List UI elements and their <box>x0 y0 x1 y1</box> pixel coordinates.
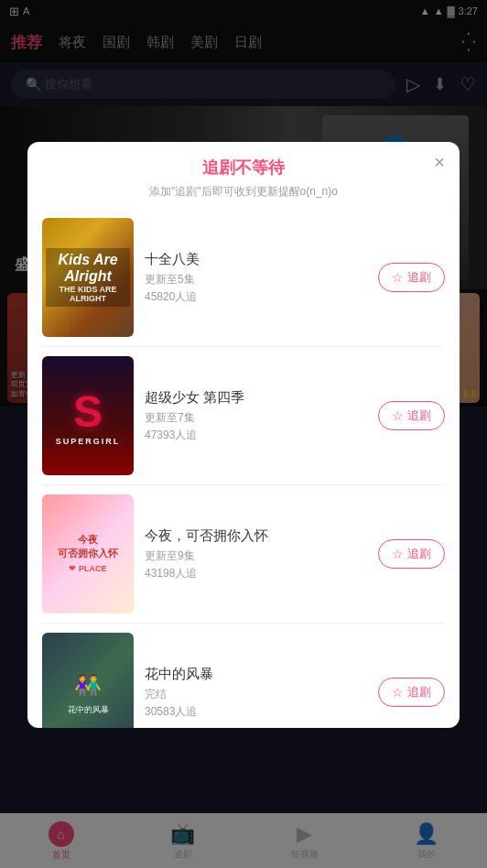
star-icon-4: ☆ <box>392 685 404 700</box>
follow-button-1[interactable]: ☆ 追剧 <box>378 263 445 292</box>
star-icon-2: ☆ <box>392 408 404 423</box>
drama-fans-4: 30583人追 <box>145 704 367 720</box>
drama-title-3: 今夜，可否拥你入怀 <box>145 527 367 545</box>
follow-modal: 追剧不等待 添加"追剧"后即可收到更新提醒o(n_n)o × Kids AreA… <box>27 142 460 728</box>
drama-fans-2: 47393人追 <box>145 428 367 443</box>
drama-info-4: 花中的风暴 完结 30583人追 <box>145 666 367 720</box>
drama-item-3: 今夜可否拥你入怀 ❤ PLACE 今夜，可否拥你入怀 更新至9集 43198人追… <box>42 485 445 624</box>
drama-thumb-4[interactable]: 👫 花中的风暴 <box>42 633 134 728</box>
drama-item-4: 👫 花中的风暴 花中的风暴 完结 30583人追 ☆ 追剧 <box>42 624 445 728</box>
drama-title-2: 超级少女 第四季 <box>145 389 367 407</box>
drama-item: Kids AreAlright THE KIDS ARE ALRIGHT 十全八… <box>42 209 445 347</box>
drama-update-4: 完结 <box>145 687 367 702</box>
star-icon-1: ☆ <box>392 270 404 285</box>
drama-info-2: 超级少女 第四季 更新至7集 47393人追 <box>145 389 367 443</box>
drama-info-3: 今夜，可否拥你入怀 更新至9集 43198人追 <box>145 527 367 581</box>
modal-title: 追剧不等待 <box>42 157 445 179</box>
drama-update-1: 更新至5集 <box>145 272 367 288</box>
drama-item-2: S SUPERGIRL 超级少女 第四季 更新至7集 47393人追 ☆ 追剧 <box>42 347 445 485</box>
drama-fans-1: 45820人追 <box>145 289 367 305</box>
drama-update-3: 更新至9集 <box>145 548 367 564</box>
follow-button-3[interactable]: ☆ 追剧 <box>378 539 445 569</box>
drama-update-2: 更新至7集 <box>145 410 367 426</box>
follow-button-4[interactable]: ☆ 追剧 <box>378 678 445 707</box>
star-icon-3: ☆ <box>392 547 404 561</box>
close-icon[interactable]: × <box>434 153 445 171</box>
modal-subtitle: 添加"追剧"后即可收到更新提醒o(n_n)o <box>42 184 445 200</box>
drama-info-1: 十全八美 更新至5集 45820人追 <box>145 251 367 305</box>
drama-title-4: 花中的风暴 <box>145 666 367 683</box>
drama-title-1: 十全八美 <box>145 251 367 268</box>
follow-button-2[interactable]: ☆ 追剧 <box>378 401 445 430</box>
drama-thumb-3[interactable]: 今夜可否拥你入怀 ❤ PLACE <box>42 494 134 613</box>
drama-thumb-1[interactable]: Kids AreAlright THE KIDS ARE ALRIGHT <box>42 218 134 337</box>
drama-thumb-2[interactable]: S SUPERGIRL <box>42 356 134 475</box>
modal-header: 追剧不等待 添加"追剧"后即可收到更新提醒o(n_n)o <box>27 157 460 209</box>
modal-body: Kids AreAlright THE KIDS ARE ALRIGHT 十全八… <box>27 209 460 728</box>
drama-fans-3: 43198人追 <box>145 566 367 581</box>
